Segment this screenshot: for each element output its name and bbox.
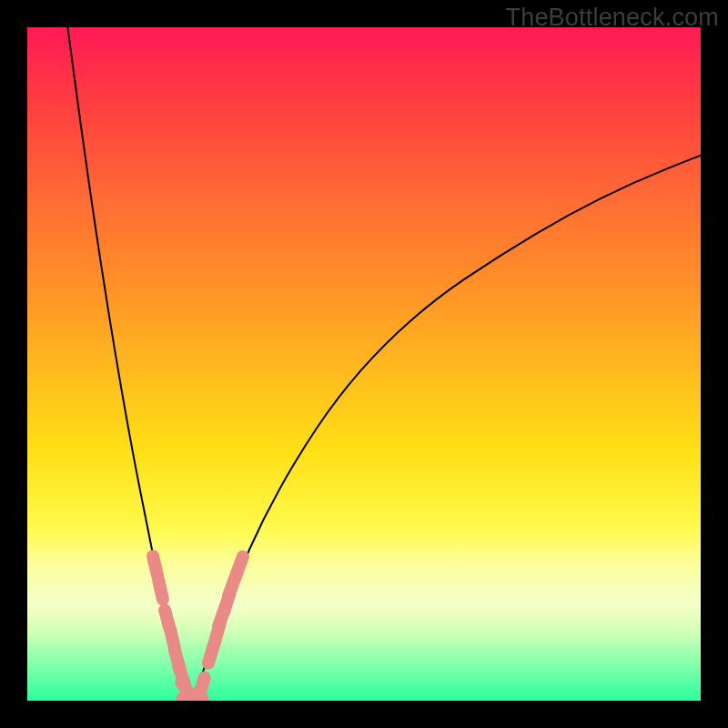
marker-segment [158,580,163,599]
watermark-text: TheBottleneck.com [505,4,719,32]
curve-right-branch [192,156,701,701]
marker-segment [199,678,205,697]
marker-segment [153,556,157,575]
chart-svg [27,27,701,701]
chart-plot-area [27,27,701,701]
chart-outer-frame: TheBottleneck.com [0,0,728,728]
marker-group [153,556,243,701]
curve-left-branch [67,27,192,701]
marker-segment [236,557,243,576]
